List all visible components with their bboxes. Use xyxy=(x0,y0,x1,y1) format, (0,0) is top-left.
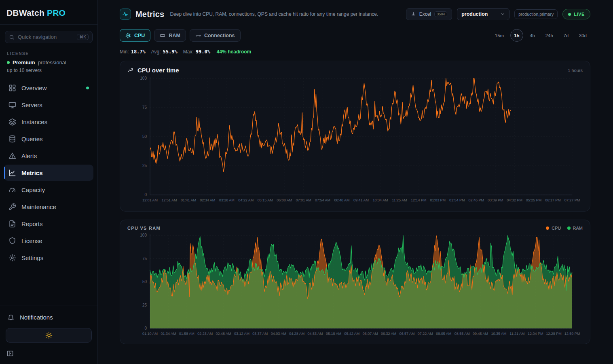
notifications-button[interactable]: Notifications xyxy=(6,310,92,324)
export-excel-button[interactable]: Excel 3584 xyxy=(406,8,452,20)
quick-navigation-search[interactable]: ⌘K xyxy=(5,31,93,43)
tab-cpu[interactable]: CPU xyxy=(120,29,150,42)
sidebar-item-overview[interactable]: Overview xyxy=(4,80,93,96)
svg-text:07:54 AM: 07:54 AM xyxy=(315,198,330,202)
range-30d[interactable]: 30d xyxy=(575,30,590,41)
license-tier: Premium xyxy=(13,59,35,66)
sidebar-item-license[interactable]: License xyxy=(4,233,93,249)
alert-triangle-icon xyxy=(8,152,16,160)
main-content: Metrics Deep dive into CPU, RAM, connect… xyxy=(98,0,613,364)
range-1h[interactable]: 1h xyxy=(510,29,523,42)
metric-tabs: CPURAMConnections xyxy=(120,29,241,42)
svg-text:09:41 AM: 09:41 AM xyxy=(353,198,369,202)
tab-label: RAM xyxy=(169,33,180,38)
activity-icon xyxy=(122,11,129,17)
min-value: 18.7% xyxy=(131,49,146,55)
sidebar-footer: Notifications xyxy=(0,305,97,364)
live-badge: LIVE xyxy=(562,9,590,19)
svg-text:100: 100 xyxy=(140,233,147,237)
svg-text:06:17 PM: 06:17 PM xyxy=(545,198,561,202)
layers-icon xyxy=(8,118,16,126)
download-icon xyxy=(411,12,416,17)
svg-text:04:03 AM: 04:03 AM xyxy=(271,332,286,336)
svg-text:12:51 AM: 12:51 AM xyxy=(161,198,177,202)
sidebar-item-metrics[interactable]: Metrics xyxy=(4,165,93,181)
sidebar-item-queries[interactable]: Queries xyxy=(4,131,93,147)
sidebar-item-alerts[interactable]: Alerts xyxy=(4,148,93,164)
sidebar-item-label: Overview xyxy=(21,85,47,91)
range-4h[interactable]: 4h xyxy=(526,30,539,41)
excel-label: Excel xyxy=(419,11,431,17)
sidebar-item-label: Reports xyxy=(21,220,43,227)
sun-icon xyxy=(45,332,53,339)
svg-text:07:22 AM: 07:22 AM xyxy=(418,332,433,336)
sidebar-item-settings[interactable]: Settings xyxy=(4,250,93,266)
tab-connections[interactable]: Connections xyxy=(190,29,241,42)
range-24h[interactable]: 24h xyxy=(542,30,557,41)
database-icon xyxy=(8,135,16,143)
sidebar-item-servers[interactable]: Servers xyxy=(4,97,93,113)
monitor-icon xyxy=(8,101,16,109)
svg-text:25: 25 xyxy=(142,303,147,307)
tab-label: Connections xyxy=(204,33,235,38)
sidebar-item-label: Servers xyxy=(21,102,42,108)
legend-label: CPU xyxy=(552,226,561,231)
sidebar-item-reports[interactable]: Reports xyxy=(4,216,93,232)
license-limit: up to 10 servers xyxy=(7,68,91,73)
metrics-page-icon xyxy=(120,8,131,20)
file-text-icon xyxy=(8,220,16,228)
svg-text:11:21 AM: 11:21 AM xyxy=(509,332,524,336)
chevron-down-icon xyxy=(500,12,505,17)
legend-cpu: CPU xyxy=(546,226,561,231)
wrench-icon xyxy=(8,203,16,211)
live-label: LIVE xyxy=(574,12,585,17)
sidebar-item-instances[interactable]: Instances xyxy=(4,114,93,130)
svg-text:50: 50 xyxy=(142,279,147,284)
header-actions: Excel 3584 production production,primary… xyxy=(406,8,590,20)
svg-text:05:18 AM: 05:18 AM xyxy=(326,332,341,336)
svg-text:03:12 AM: 03:12 AM xyxy=(234,332,249,336)
brand-suffix: PRO xyxy=(47,8,66,17)
svg-text:75: 75 xyxy=(142,256,147,261)
shield-icon xyxy=(8,237,16,245)
range-7d[interactable]: 7d xyxy=(560,30,573,41)
chart-card-header: CPU over time 1 hours xyxy=(127,67,583,74)
sidebar-item-maintenance[interactable]: Maintenance xyxy=(4,199,93,215)
status-dot xyxy=(86,87,89,89)
svg-text:0: 0 xyxy=(144,193,147,197)
cpu-vs-ram-chart: 025507510001:10 AM01:34 AM01:58 AM02:23 … xyxy=(127,232,583,342)
svg-text:04:32 PM: 04:32 PM xyxy=(507,198,522,202)
chart-title: CPU VS RAM xyxy=(127,226,161,231)
svg-text:100: 100 xyxy=(140,76,147,80)
sidebar-nav: OverviewServersInstancesQueriesAlertsMet… xyxy=(0,80,97,266)
collapse-sidebar-button[interactable] xyxy=(6,349,15,359)
avg-value: 55.9% xyxy=(163,49,178,55)
tab-ram[interactable]: RAM xyxy=(154,29,186,42)
min-label: Min: xyxy=(120,49,129,55)
chart-title: CPU over time xyxy=(137,67,179,74)
sidebar-item-label: Settings xyxy=(21,254,43,261)
svg-text:0: 0 xyxy=(144,326,147,330)
cpu-vs-ram-card: CPU VS RAM CPURAM 025507510001:10 AM01:3… xyxy=(120,220,590,344)
range-15m[interactable]: 15m xyxy=(491,30,507,41)
legend-label: RAM xyxy=(573,226,583,231)
avg-label: Avg: xyxy=(151,49,161,55)
sidebar-item-capacity[interactable]: Capacity xyxy=(4,182,93,198)
license-heading: LICENSE xyxy=(7,51,91,56)
trend-up-icon xyxy=(127,67,134,74)
sidebar: DBWatchPRO ⌘K LICENSE Premium profession… xyxy=(0,0,98,364)
svg-text:06:07 AM: 06:07 AM xyxy=(363,332,378,336)
svg-text:03:39 PM: 03:39 PM xyxy=(488,198,503,202)
environment-select[interactable]: production xyxy=(457,8,509,20)
environment-selected-value: production xyxy=(461,11,488,17)
search-input[interactable] xyxy=(18,34,74,40)
sidebar-item-label: Metrics xyxy=(21,169,43,176)
svg-text:02:34 AM: 02:34 AM xyxy=(200,198,215,202)
license-tier-row: Premium professional xyxy=(7,59,91,66)
svg-text:05:42 AM: 05:42 AM xyxy=(344,332,359,336)
theme-toggle-button[interactable] xyxy=(6,328,92,343)
sidebar-item-label: Maintenance xyxy=(21,203,56,210)
svg-text:01:58 AM: 01:58 AM xyxy=(179,332,194,336)
live-status-dot xyxy=(568,13,571,16)
max-label: Max: xyxy=(183,49,194,55)
